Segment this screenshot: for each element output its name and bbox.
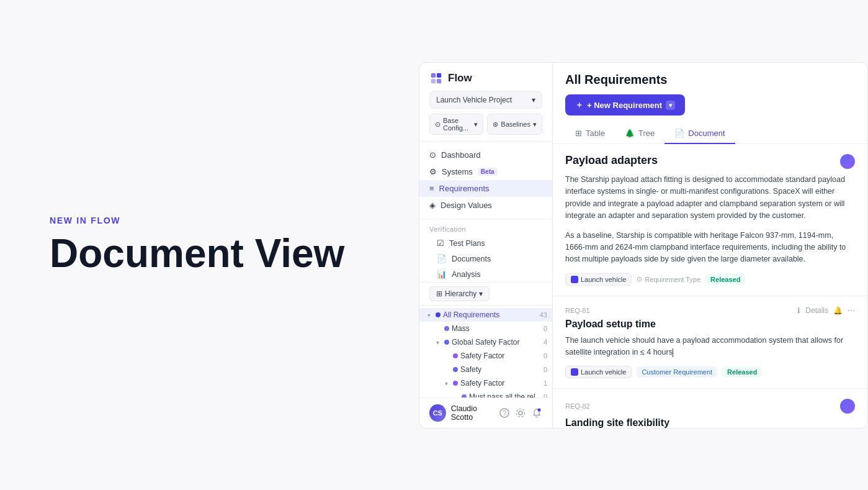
tag-icon	[571, 276, 578, 283]
doc-section-payload-adapters: Payload adapters The Starship payload at…	[553, 144, 867, 296]
config-row: ⊙ Base Config... ▾ ⊛ Baselines ▾	[429, 114, 542, 135]
tree-item-all-requirements[interactable]: ▾ All Requirements 43	[419, 308, 552, 322]
req-81-status-badge: Released	[722, 366, 762, 378]
svg-point-7	[517, 409, 525, 417]
req-81-tag-label: Launch vehicle	[581, 368, 626, 376]
document-label: Document	[688, 129, 725, 138]
tab-tree[interactable]: 🌲 Tree	[615, 124, 664, 144]
sidebar-item-analysis[interactable]: 📊 Analysis	[419, 266, 552, 282]
tree-item-mass[interactable]: Mass 0	[419, 322, 552, 335]
baselines-chevron: ▾	[533, 120, 537, 129]
must-pass-label: Must pass all the relevant safety r...	[469, 392, 544, 397]
baselines-label: Baselines	[501, 120, 530, 128]
req-type-icon: ⊙	[637, 275, 642, 283]
req-82-id: REQ-82	[565, 402, 590, 410]
tree-item-safety-factor-2[interactable]: ▾ Safety Factor 1	[419, 376, 552, 390]
more-req81-icon[interactable]: ⋯	[848, 306, 855, 315]
main-title: All Requirements	[565, 73, 855, 87]
document-icon: 📄	[674, 129, 684, 138]
settings-icon[interactable]	[515, 407, 526, 419]
help-icon[interactable]: ?	[499, 407, 510, 419]
dashboard-icon: ⊙	[429, 150, 436, 160]
tree-icon: 🌲	[625, 129, 635, 138]
details-label[interactable]: Details	[805, 306, 828, 315]
hierarchy-chevron: ▾	[479, 289, 483, 298]
user-avatar: CS	[429, 404, 446, 422]
avatar-initials: CS	[433, 409, 442, 417]
req-81-type-badge: Customer Requirement	[637, 366, 717, 378]
sidebar-item-design-values[interactable]: ◈ Design Values	[419, 197, 552, 214]
baselines-btn[interactable]: ⊛ Baselines ▾	[487, 114, 542, 135]
hierarchy-btn[interactable]: ⊞ Hierarchy ▾	[429, 286, 490, 301]
doc-section-header: Payload adapters	[565, 154, 855, 169]
sidebar-item-systems[interactable]: ⚙ Systems Beta	[419, 163, 552, 180]
mass-count: 0	[544, 325, 547, 332]
project-select-chevron: ▾	[532, 96, 535, 104]
dot-safety-factor-1	[453, 353, 458, 358]
base-config-chevron: ▾	[474, 120, 478, 129]
document-view-title: Document View	[50, 233, 366, 274]
details-icon: ℹ	[797, 306, 800, 315]
dot-mass	[444, 326, 449, 331]
safety-factor-2-label: Safety Factor	[460, 379, 544, 388]
main-content: All Requirements ＋ + New Requirement ▾ ⊞…	[552, 62, 868, 429]
global-safety-count: 4	[544, 338, 547, 346]
tree-label: Tree	[638, 129, 655, 138]
verification-label: Verification	[429, 225, 466, 233]
req-81-title: Payload setup time	[565, 319, 855, 330]
sidebar-username: Claudio Scotto	[451, 404, 499, 422]
dot-global-safety	[444, 340, 449, 345]
toggle-global-safety: ▾	[433, 338, 442, 347]
req-81-tag-icon	[571, 368, 578, 376]
req-81-tag: Launch vehicle	[565, 366, 632, 378]
svg-point-6	[519, 411, 522, 415]
tree-item-safety[interactable]: Safety 0	[419, 363, 552, 376]
toggle-all-requirements: ▾	[424, 311, 433, 319]
hierarchy-label: Hierarchy	[445, 289, 477, 298]
sidebar-header: Flow Launch Vehicle Project ▾ ⊙ Base Con…	[419, 63, 552, 142]
base-config-btn[interactable]: ⊙ Base Config... ▾	[429, 114, 483, 135]
hierarchy-row: ⊞ Hierarchy ▾	[419, 282, 552, 306]
new-requirement-button[interactable]: ＋ + New Requirement ▾	[565, 94, 685, 116]
toggle-safety-factor-2: ▾	[442, 379, 450, 388]
req-type-label: ⊙ Requirement Type	[637, 275, 700, 283]
mass-label: Mass	[452, 324, 544, 333]
sidebar-item-documents[interactable]: 📄 Documents	[419, 251, 552, 266]
project-select[interactable]: Launch Vehicle Project ▾	[429, 91, 542, 109]
safety-factor-1-label: Safety Factor	[460, 352, 544, 360]
analysis-label: Analysis	[452, 270, 481, 279]
new-req-plus-icon: ＋	[575, 99, 583, 111]
sidebar-logo: Flow	[429, 71, 542, 85]
test-plans-label: Test Plans	[449, 239, 485, 248]
text-cursor	[673, 348, 674, 357]
test-plans-icon: ☑	[437, 238, 444, 248]
section-avatar	[840, 154, 855, 169]
tab-document[interactable]: 📄 Document	[664, 124, 735, 144]
main-tabs: ⊞ Table 🌲 Tree 📄 Document	[565, 123, 855, 143]
svg-point-8	[538, 409, 541, 412]
bell-icon[interactable]	[531, 407, 542, 419]
bell-req81-icon[interactable]: 🔔	[833, 306, 843, 315]
sidebar: Flow Launch Vehicle Project ▾ ⊙ Base Con…	[419, 62, 552, 429]
design-values-icon: ◈	[429, 201, 436, 210]
svg-rect-0	[431, 73, 436, 78]
tree-item-safety-factor-1[interactable]: Safety Factor 0	[419, 349, 552, 363]
sidebar-item-dashboard[interactable]: ⊙ Dashboard	[419, 147, 552, 163]
tree-item-global-safety-factor[interactable]: ▾ Global Safety Factor 4	[419, 335, 552, 349]
req-card-81: REQ-81 ℹ Details 🔔 ⋯ Payload setup time …	[553, 296, 867, 389]
req-82-avatar	[840, 399, 855, 414]
sidebar-tree: ▾ All Requirements 43 Mass 0 ▾ Global Sa…	[419, 306, 552, 397]
sidebar-nav: ⊙ Dashboard ⚙ Systems Beta ≡ Requirement…	[419, 142, 552, 219]
sidebar-item-requirements[interactable]: ≡ Requirements	[419, 180, 552, 197]
new-in-flow-label: NEW IN FLOW	[50, 216, 366, 225]
svg-text:?: ?	[503, 410, 506, 417]
table-label: Table	[586, 129, 605, 138]
must-pass-count: 0	[544, 393, 547, 397]
sidebar-item-test-plans[interactable]: ☑ Test Plans	[419, 235, 552, 251]
systems-badge: Beta	[478, 168, 498, 176]
req-81-id: REQ-81	[565, 307, 590, 314]
safety-factor-1-count: 0	[544, 352, 547, 360]
tree-item-must-pass[interactable]: Must pass all the relevant safety r... 0	[419, 390, 552, 397]
tab-table[interactable]: ⊞ Table	[565, 124, 615, 144]
dot-all-requirements	[436, 312, 441, 317]
